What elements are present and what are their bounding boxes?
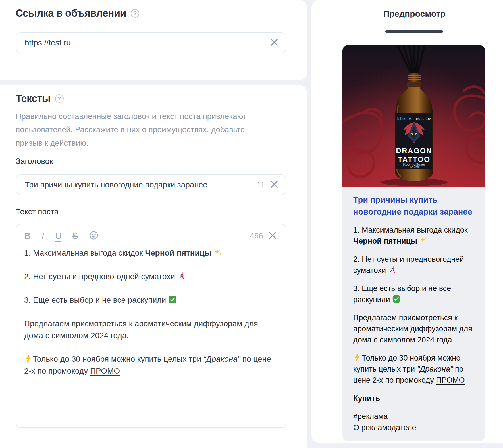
- buy-link[interactable]: Купить: [353, 393, 474, 404]
- post-line-4: Предлагаем присмотреться к ароматическим…: [24, 318, 278, 342]
- bold-button[interactable]: B: [24, 232, 30, 240]
- clear-post-button[interactable]: [267, 231, 278, 241]
- texts-section-title: Тексты ?: [16, 93, 64, 104]
- emoji-icon: [89, 231, 99, 242]
- product-label: biblioteka aromatov DRAGON TATTOO Room d…: [396, 113, 432, 169]
- preview-line-4: Предлагаем присмотреться к ароматическим…: [353, 312, 474, 346]
- post-line-5: Только до 30 ноября можно купить целых т…: [24, 353, 278, 377]
- about-advertiser-link[interactable]: О рекламодателе: [353, 422, 474, 433]
- promo-code-link[interactable]: ПРОМО: [436, 376, 465, 384]
- post-line-1: 1. Максимальная выгода скидок Черной пят…: [24, 247, 278, 259]
- ad-footer-links: #реклама О рекламодателе: [353, 411, 474, 433]
- promo-code-text: ПРОМО: [90, 367, 120, 375]
- lightning-emoji: [24, 354, 33, 363]
- runner-emoji: [177, 272, 186, 280]
- texts-section-description: Правильно составленные заголовок и текст…: [16, 110, 263, 150]
- sparkles-emoji: [419, 236, 428, 245]
- preview-line-1: 1. Максимальная выгода скидок Черной пят…: [353, 225, 474, 247]
- post-text-editor: B I U S 466 1. Максимальная выгода скидо…: [16, 224, 286, 428]
- post-text-label: Текст поста: [16, 207, 59, 216]
- italic-button[interactable]: I: [41, 232, 44, 240]
- active-tab-indicator: [385, 30, 443, 33]
- preview-line-5: Только до 30 ноября можно купить целых т…: [353, 353, 474, 386]
- header-char-counter: 11: [257, 180, 265, 189]
- tab-preview[interactable]: Предпросмотр: [383, 9, 445, 19]
- ad-url-input[interactable]: [25, 38, 267, 47]
- texts-section-title-text: Тексты: [16, 93, 51, 104]
- check-emoji: [392, 295, 401, 303]
- ad-url-inputbox: [16, 32, 286, 53]
- texts-section-card: Тексты ? Правильно составленные заголово…: [0, 85, 307, 448]
- preview-line-3: 3. Еще есть выбор и не все раскупили: [353, 283, 474, 305]
- header-input[interactable]: [25, 180, 253, 189]
- product-volume: 125 ml: [409, 165, 419, 169]
- ad-editor-page: { "icons": { "help": "?", "bold": "B", "…: [0, 0, 503, 448]
- link-section-title: Ссылка в объявлении ?: [16, 7, 139, 19]
- link-section-title-text: Ссылка в объявлении: [16, 7, 126, 19]
- check-emoji: [168, 295, 177, 304]
- ad-preview-block: biblioteka aromatov DRAGON TATTOO Room d…: [342, 45, 485, 441]
- help-icon[interactable]: ?: [55, 94, 64, 103]
- emoji-picker-button[interactable]: [89, 231, 99, 242]
- runner-emoji: [388, 265, 397, 274]
- clear-icon: [267, 230, 278, 242]
- brand-name: biblioteka aromatov: [397, 117, 431, 121]
- product-image: biblioteka aromatov DRAGON TATTOO Room d…: [342, 45, 485, 187]
- help-icon[interactable]: ?: [131, 9, 139, 18]
- clear-icon: [269, 37, 280, 49]
- underline-button[interactable]: U: [55, 232, 61, 240]
- diffuser-bottle-illustration: biblioteka aromatov DRAGON TATTOO Room d…: [342, 45, 485, 187]
- clear-url-button[interactable]: [269, 37, 280, 48]
- formatting-toolbar: B I U S 466: [24, 228, 278, 244]
- post-line-2: 2. Нет суеты и предновогодней суматохи: [24, 271, 278, 282]
- preview-tab-header: Предпросмотр: [311, 0, 503, 32]
- header-field-label: Заголовок: [16, 157, 53, 166]
- link-section-card: Ссылка в объявлении ?: [0, 0, 307, 80]
- post-text-content[interactable]: 1. Максимальная выгода скидок Черной пят…: [24, 247, 278, 377]
- header-inputbox: 11: [16, 174, 286, 195]
- ad-preview-title: Три причины купить новогодние подарки за…: [353, 194, 474, 218]
- clear-header-button[interactable]: [269, 179, 280, 190]
- preview-line-2: 2. Нет суеты и предновогодней суматохи: [353, 254, 474, 276]
- ad-hashtag-link[interactable]: #реклама: [353, 411, 474, 422]
- post-char-counter: 466: [250, 231, 263, 240]
- ad-preview-text: Три причины купить новогодние подарки за…: [342, 187, 485, 441]
- strikethrough-button[interactable]: S: [72, 232, 78, 240]
- product-name-line1: DRAGON: [396, 146, 432, 155]
- post-line-3: 3. Еще есть выбор и не все раскупили: [24, 294, 278, 306]
- sparkles-emoji: [214, 248, 222, 257]
- lightning-emoji: [353, 353, 362, 362]
- clear-icon: [269, 179, 280, 191]
- preview-panel: Предпросмотр: [311, 0, 503, 443]
